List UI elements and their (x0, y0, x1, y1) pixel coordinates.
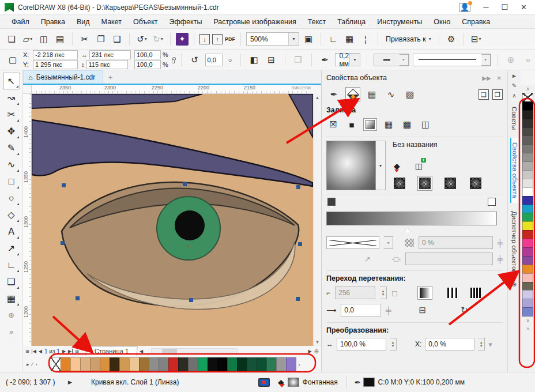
gradient-preview[interactable] (326, 141, 376, 190)
stepped-blend-button[interactable] (445, 286, 460, 300)
drawing-canvas[interactable]: × (32, 94, 313, 346)
color-swatch-23[interactable] (522, 290, 533, 299)
color-swatch-16[interactable] (208, 357, 218, 371)
conical-fountain-button[interactable] (444, 178, 456, 189)
elliptical-fountain-button[interactable] (419, 178, 431, 189)
color-proof-icon[interactable] (258, 378, 270, 387)
menu-item-11[interactable]: Справка (456, 16, 496, 28)
palette-scroll-left-icon[interactable]: ‹ (36, 361, 37, 367)
color-swatch-9[interactable] (139, 357, 149, 371)
export-icon[interactable]: ↑ (212, 34, 223, 44)
strip-up-icon[interactable]: ∧ (512, 92, 516, 99)
color-swatch-5[interactable] (100, 357, 110, 371)
canvas-horizontal-scrollbar[interactable] (151, 348, 238, 355)
grid-toggle-icon[interactable]: ▦ (342, 32, 356, 46)
menu-item-9[interactable]: Инструменты (371, 16, 428, 28)
drop-shadow-tool[interactable]: ❏ (3, 273, 20, 290)
connector-tool[interactable]: ∟ (3, 257, 20, 273)
node-color-dropdown[interactable]: ▾ (384, 236, 393, 249)
outline-width-select[interactable]: 0,2 мм ▾ (335, 53, 360, 66)
combine-icon[interactable]: ❒ (291, 53, 305, 67)
color-swatch-11[interactable] (159, 357, 169, 371)
ellipse-tool[interactable]: ○ (3, 190, 20, 206)
color-swatch-11[interactable] (522, 187, 533, 197)
whats-this-icon[interactable]: ✎ (512, 82, 517, 89)
smooth-blend-button[interactable] (417, 286, 432, 300)
color-swatch-10[interactable] (149, 357, 159, 371)
color-swatch-23[interactable] (276, 357, 287, 371)
edit-fill-icon[interactable]: ◆ (394, 161, 400, 171)
blend-steps-field[interactable]: 256 (335, 287, 375, 299)
gradient-stop-start[interactable] (327, 198, 336, 206)
scale-v-field[interactable]: 100,0 (134, 60, 161, 69)
free-scale-skew-icon[interactable]: ⊟ (419, 305, 426, 315)
outline-swatch[interactable] (363, 378, 375, 387)
snap-to-button[interactable]: Привязать к▾ (383, 35, 434, 43)
maximize-button[interactable]: ☐ (501, 3, 508, 12)
color-swatch-2[interactable] (522, 110, 533, 119)
color-swatch-15[interactable] (198, 357, 208, 371)
color-swatch-24[interactable] (522, 299, 533, 308)
fill-x-field[interactable]: 0,0 % (425, 338, 474, 350)
copy-icon[interactable]: ❐ (94, 32, 108, 46)
fill-swatch[interactable] (288, 378, 299, 387)
color-swatch-6[interactable] (110, 357, 120, 371)
zoom-dropdown-icon[interactable]: ▾ (288, 33, 299, 45)
open-icon[interactable]: ▱▾ (21, 32, 35, 46)
menu-item-3[interactable]: Макет (96, 16, 127, 28)
crop-tool[interactable]: ✂ (3, 106, 20, 123)
reverse-fill-icon[interactable]: ↗ (364, 255, 371, 263)
fill-width-field[interactable]: 100,0 % (337, 338, 386, 350)
scroll-left-icon[interactable]: ◀ (140, 349, 143, 354)
uniform-fill-button[interactable]: ■ (345, 118, 359, 131)
y-position-field[interactable]: 1 295 пкс (33, 60, 78, 69)
wrap-on-icon[interactable]: ❐ (492, 89, 503, 100)
docker-collapse-icon[interactable]: ▶▶ (482, 75, 491, 81)
status-expand-icon[interactable]: ▶ (68, 379, 91, 385)
gradient-midpoint-handle[interactable] (404, 228, 411, 232)
canvas-vertical-scrollbar[interactable]: ▲▼ (313, 94, 321, 346)
fullscreen-icon[interactable]: ▣ (302, 32, 315, 46)
color-swatch-15[interactable] (522, 221, 533, 231)
color-swatch-24[interactable] (286, 357, 296, 371)
line-style-select[interactable]: ▾ (413, 54, 491, 66)
docker-tab-object-manager[interactable]: Диспетчер объектов (511, 206, 518, 278)
color-swatch-7[interactable] (522, 153, 533, 162)
palette-more-icon[interactable]: » (526, 325, 529, 333)
linear-fountain-button[interactable] (394, 178, 405, 189)
artistic-media-tool[interactable]: ∿ (3, 156, 20, 173)
fill-x-spinner[interactable]: ▲▼ (478, 338, 485, 350)
color-swatch-21[interactable] (522, 273, 533, 282)
menu-item-10[interactable]: Окно (428, 16, 456, 28)
scale-lock-icon[interactable] (172, 59, 175, 63)
color-swatch-10[interactable] (522, 179, 533, 188)
transparency-tool[interactable]: ▦ (3, 290, 20, 307)
paste-icon[interactable]: ❑ (110, 32, 124, 46)
x-position-field[interactable]: -2 218 пкс (33, 50, 78, 59)
zoom-level-select[interactable]: 500% ▾ (246, 32, 299, 46)
docker-tab-hints[interactable]: Советы (511, 102, 518, 134)
next-page-icon[interactable]: ▶ (62, 349, 66, 354)
account-icon[interactable]: 👤 (459, 3, 470, 12)
print-icon[interactable]: ▤ (53, 32, 67, 46)
pattern-fill-button[interactable]: ▦ (382, 118, 395, 131)
document-tab[interactable]: ⌂ Безымянный-1.cdr (23, 70, 103, 84)
save-icon[interactable]: ◫ (37, 32, 51, 46)
outline-width-dropdown-icon[interactable]: ▾ (349, 54, 360, 66)
docker-scroll-down-icon[interactable]: ▾ (488, 340, 492, 349)
scale-h-field[interactable]: 100,0 (134, 50, 161, 59)
scroll-right-icon[interactable]: ▶ (308, 349, 311, 354)
color-swatch-8[interactable] (129, 357, 140, 371)
dimension-tool[interactable]: ↗ (3, 240, 20, 257)
menu-item-8[interactable]: Таблица (331, 16, 371, 28)
add-tool-button[interactable]: ⊕ (3, 307, 20, 323)
quick-customize-icon[interactable]: ⊕ (512, 281, 517, 288)
menu-item-2[interactable]: Вид (71, 16, 96, 28)
zoom-page-icon[interactable]: ⊕ (314, 348, 321, 355)
rotation-angle-field[interactable]: 0,0 (205, 54, 223, 66)
import-icon[interactable]: ↓ (199, 34, 210, 44)
line-start-select[interactable]: ▾ (374, 54, 409, 66)
color-swatch-4[interactable] (522, 127, 533, 137)
dense-stepped-blend-button[interactable] (468, 286, 483, 300)
pupil-shape[interactable] (175, 210, 205, 240)
